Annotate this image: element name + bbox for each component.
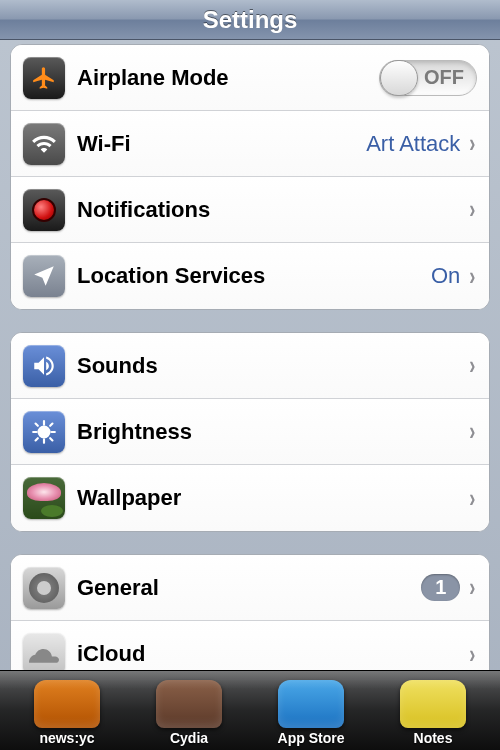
location-icon [23,255,65,297]
page-title: Settings [0,0,500,40]
chevron-icon: › [470,261,476,292]
chevron-icon: › [470,639,476,670]
wifi-value: Art Attack [366,131,460,157]
chevron-icon: › [470,350,476,381]
settings-content: Airplane Mode OFF Wi-Fi Art Attack › Not… [0,40,500,670]
page-title-text: Settings [203,6,298,34]
dock-item-newsyc[interactable]: news:yc [12,676,122,746]
row-wifi[interactable]: Wi-Fi Art Attack › [11,111,489,177]
row-label: Notifications [77,197,468,223]
dock-item-cydia[interactable]: Cydia [134,676,244,746]
wifi-icon [23,123,65,165]
sounds-icon [23,345,65,387]
row-sounds[interactable]: Sounds › [11,333,489,399]
notes-icon [400,680,466,728]
wallpaper-icon [23,477,65,519]
general-badge: 1 [421,574,460,601]
row-general[interactable]: General 1 › [11,555,489,621]
settings-group: General 1 › iCloud › [10,554,490,670]
toggle-off-label: OFF [424,66,464,89]
newsyc-icon [34,680,100,728]
row-label: Wallpaper [77,485,468,511]
dock-label: Notes [414,730,453,746]
dock-item-notes[interactable]: Notes [378,676,488,746]
general-icon [23,567,65,609]
icloud-icon [23,633,65,670]
chevron-icon: › [470,128,476,159]
row-airplane-mode[interactable]: Airplane Mode OFF [11,45,489,111]
row-label: General [77,575,421,601]
chevron-icon: › [470,483,476,514]
appstore-icon [278,680,344,728]
dock-label: news:yc [39,730,94,746]
row-label: Airplane Mode [77,65,379,91]
row-label: Location Services [77,263,431,289]
settings-group: Airplane Mode OFF Wi-Fi Art Attack › Not… [10,44,490,310]
row-wallpaper[interactable]: Wallpaper › [11,465,489,531]
chevron-icon: › [470,572,476,603]
chevron-icon: › [470,416,476,447]
settings-group: Sounds › Brightness › Wallpaper › [10,332,490,532]
row-label: Wi-Fi [77,131,366,157]
row-location-services[interactable]: Location Services On › [11,243,489,309]
dock-label: App Store [278,730,345,746]
row-brightness[interactable]: Brightness › [11,399,489,465]
brightness-icon [23,411,65,453]
dock-item-appstore[interactable]: App Store [256,676,366,746]
row-label: Sounds [77,353,468,379]
location-value: On [431,263,460,289]
airplane-toggle[interactable]: OFF [379,60,477,96]
row-label: iCloud [77,641,468,667]
chevron-icon: › [470,194,476,225]
row-notifications[interactable]: Notifications › [11,177,489,243]
toggle-knob [380,60,418,96]
row-label: Brightness [77,419,468,445]
airplane-icon [23,57,65,99]
row-icloud[interactable]: iCloud › [11,621,489,670]
notifications-icon [23,189,65,231]
cydia-icon [156,680,222,728]
dock: news:yc Cydia App Store Notes [0,670,500,750]
dock-label: Cydia [170,730,208,746]
